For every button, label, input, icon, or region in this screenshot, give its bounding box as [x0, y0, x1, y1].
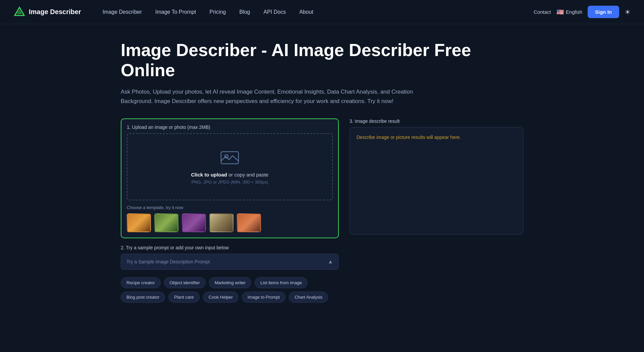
- prompt-dropdown[interactable]: Try a Sample Image Description Prompt ▲: [121, 254, 339, 270]
- prompt-tags: Recipe creator Object identifier Marketi…: [121, 274, 339, 306]
- result-box: Describe image or picture results will a…: [350, 127, 523, 235]
- tag-plant-care[interactable]: Plant care: [168, 292, 200, 303]
- nav-contact[interactable]: Contact: [534, 9, 551, 15]
- tag-cook-helper[interactable]: Cook Helper: [203, 292, 238, 303]
- tag-list-items[interactable]: List items from image: [255, 277, 308, 288]
- hero-description: Ask Photos, Upload your photos, let AI r…: [121, 87, 423, 107]
- hero-title: Image Describer - AI Image Describer Fre…: [121, 40, 523, 81]
- signin-button[interactable]: Sign In: [588, 6, 619, 18]
- template-thumb-2[interactable]: [154, 213, 178, 232]
- nav-link-api-docs[interactable]: API Docs: [258, 6, 291, 18]
- template-thumb-3[interactable]: [182, 213, 206, 232]
- main-content: Image Describer - AI Image Describer Fre…: [107, 24, 537, 319]
- upload-format-text: PNG, JPG or JPEG (MIN. 300 × 300px): [192, 180, 268, 185]
- nav-link-pricing[interactable]: Pricing: [204, 6, 231, 18]
- language-text: English: [566, 9, 582, 15]
- nav-language[interactable]: 🇺🇸 English: [556, 8, 582, 16]
- nav-link-image-to-prompt[interactable]: Image To Prompt: [150, 6, 202, 18]
- tag-image-to-prompt[interactable]: Image to Prompt: [242, 292, 285, 303]
- nav-link-about[interactable]: About: [294, 6, 319, 18]
- template-thumb-4[interactable]: [209, 213, 233, 232]
- upload-section-label: 1. Upload an image or photo (max 2MB): [127, 124, 333, 130]
- upload-box: 1. Upload an image or photo (max 2MB) Cl…: [121, 118, 339, 238]
- tag-recipe-creator[interactable]: Recipe creator: [121, 277, 161, 288]
- upload-image-icon: [220, 149, 239, 166]
- tag-object-identifier[interactable]: Object identifier: [164, 277, 206, 288]
- nav-link-image-describer[interactable]: Image Describer: [97, 6, 147, 18]
- upload-text: Click to upload or copy and paste: [191, 172, 269, 178]
- right-column: 3. Image describe result Describe image …: [350, 118, 523, 235]
- result-placeholder: Describe image or picture results will a…: [357, 135, 461, 140]
- template-thumbnails: [127, 213, 333, 232]
- template-thumb-1[interactable]: [127, 213, 151, 232]
- flag-icon: 🇺🇸: [556, 8, 564, 16]
- tag-marketing-writer[interactable]: Marketing writer: [209, 277, 251, 288]
- logo-icon: [13, 6, 25, 18]
- theme-toggle-icon[interactable]: ☀: [625, 8, 631, 16]
- dropdown-placeholder: Try a Sample Image Description Prompt: [126, 259, 210, 264]
- nav-links: Image Describer Image To Prompt Pricing …: [97, 6, 534, 18]
- prompt-section-label: 2. Try a sample prompt or add your own i…: [121, 245, 339, 250]
- nav-right: Contact 🇺🇸 English Sign In ☀: [534, 6, 631, 18]
- template-label: Choose a template, try it now: [127, 205, 333, 210]
- navbar: Image Describer Image Describer Image To…: [0, 0, 644, 24]
- upload-dropzone[interactable]: Click to upload or copy and paste PNG, J…: [127, 133, 333, 200]
- nav-logo[interactable]: Image Describer: [13, 6, 81, 18]
- left-column: 1. Upload an image or photo (max 2MB) Cl…: [121, 118, 339, 306]
- nav-link-blog[interactable]: Blog: [234, 6, 255, 18]
- template-thumb-5[interactable]: [237, 213, 261, 232]
- logo-text: Image Describer: [29, 8, 81, 16]
- upload-or-text: or copy and paste: [227, 172, 268, 178]
- dropdown-arrow-icon: ▲: [328, 259, 333, 265]
- result-section-label: 3. Image describe result: [350, 118, 523, 124]
- tool-grid: 1. Upload an image or photo (max 2MB) Cl…: [121, 118, 523, 306]
- upload-click-text: Click to upload: [191, 172, 227, 178]
- svg-rect-2: [221, 152, 238, 164]
- tag-blog-post-creator[interactable]: Blog post creator: [121, 292, 165, 303]
- tag-chart-analysis[interactable]: Chart Analysis: [289, 292, 328, 303]
